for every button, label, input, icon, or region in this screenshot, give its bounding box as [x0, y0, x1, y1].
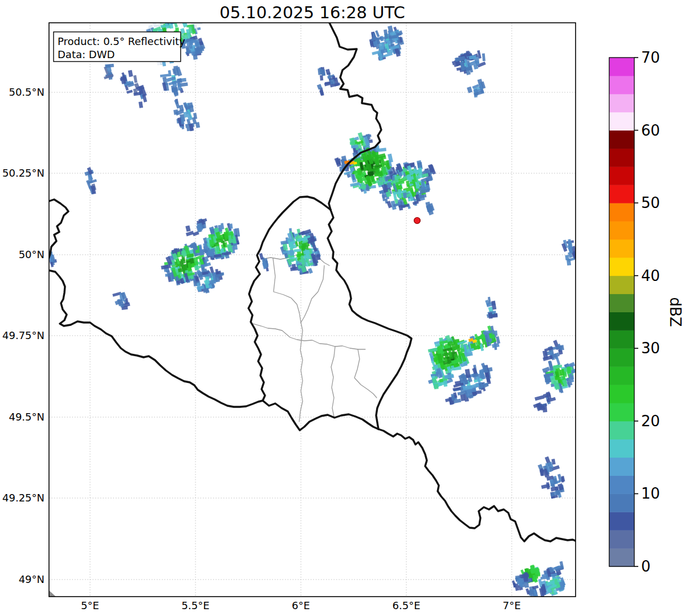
y-tick-label: 50°N: [19, 248, 44, 260]
border-france-belgium: [48, 270, 263, 407]
x-tick-label: 6°E: [292, 599, 310, 611]
colorbar-tick-label: 60: [641, 122, 660, 139]
echo-blob-speck: [259, 253, 269, 271]
x-tick-label: 7°E: [503, 599, 521, 611]
colorbar-segment: [609, 458, 634, 476]
x-axis-labels: 5°E5.5°E6°E6.5°E7°E: [81, 599, 521, 611]
colorbar-segment: [609, 512, 634, 530]
y-tick-label: 50.5°N: [9, 86, 44, 98]
x-tick-label: 5.5°E: [182, 599, 210, 611]
y-tick-label: 49.5°N: [9, 411, 44, 423]
colorbar-segment: [609, 94, 634, 112]
info-box: Product: 0.5° Reflectivity Data: DWD: [54, 32, 185, 62]
echo-blob-speck: [317, 67, 325, 80]
echo-blob-north-cluster: [369, 26, 404, 61]
y-tick-label: 49°N: [19, 573, 44, 585]
radar-map-canvas: 05.10.2025 16:28 UTC Product: 0.5° Refle…: [0, 0, 685, 616]
colorbar-segment: [609, 421, 634, 439]
colorbar-segment: [609, 258, 634, 276]
colorbar-segment: [609, 185, 634, 203]
radar-figure: 05.10.2025 16:28 UTC Product: 0.5° Refle…: [0, 0, 685, 616]
border-luxembourg-belgium: [248, 197, 331, 401]
border-luxembourg-france: [263, 401, 378, 430]
luxembourg-region-borders: [253, 254, 377, 422]
echo-blob-speck: [537, 456, 560, 478]
colorbar-tick-label: 50: [641, 194, 660, 211]
x-tick-label: 5°E: [81, 599, 99, 611]
colorbar-tick-label: 70: [641, 49, 660, 66]
y-tick-label: 49.75°N: [2, 329, 44, 341]
y-tick-label: 50.25°N: [2, 167, 44, 179]
colorbar-tick-label: 20: [641, 413, 660, 430]
info-box-source: Data: DWD: [58, 48, 115, 60]
echo-blob-speck: [84, 167, 97, 194]
x-tick-label: 6.5°E: [393, 599, 421, 611]
colorbar-segment: [609, 166, 634, 185]
colorbar-segment: [609, 221, 634, 239]
echo-blob-east-blob-low: [533, 391, 556, 413]
station-marker: [414, 218, 421, 224]
colorbar-tick-label: 30: [641, 340, 660, 357]
echo-blob-speck: [104, 64, 114, 80]
colorbar-segment: [609, 148, 634, 166]
echo-blob-speck: [112, 292, 130, 310]
y-axis-labels: 50.5°N50.25°N50°N49.75°N49.5°N49.25°N49°…: [2, 86, 44, 585]
corner-map-patch: [49, 590, 56, 597]
echo-blob-west-blob-top: [185, 218, 207, 236]
colorbar-segment: [609, 366, 634, 385]
figure-title: 05.10.2025 16:28 UTC: [219, 3, 405, 22]
colorbar-segment: [609, 294, 634, 312]
colorbar-segment: [609, 493, 634, 512]
echo-blob-east-blob: [542, 356, 577, 393]
colorbar-segment: [609, 439, 634, 458]
colorbar-segment: [609, 58, 634, 76]
colorbar-tick-label: 40: [641, 267, 660, 284]
echo-blob-west-blob-sw: [161, 242, 211, 285]
colorbar-tick-label: 10: [641, 485, 660, 502]
echo-blob-speck: [120, 70, 140, 95]
colorbar-tick-label: 0: [641, 558, 651, 575]
colorbar-segment: [609, 385, 634, 403]
colorbar-segment: [609, 476, 634, 494]
info-box-product: Product: 0.5° Reflectivity: [58, 35, 185, 47]
colorbar-segment: [609, 312, 634, 331]
border-france-belgium-givet: [48, 199, 68, 260]
colorbar-segment: [609, 548, 634, 566]
echo-blob-east-blob-top: [543, 340, 564, 361]
colorbar-segment: [609, 239, 634, 258]
colorbar-segment: [609, 530, 634, 548]
colorbar-segment: [609, 203, 634, 221]
echo-blob-ne-dash: [467, 79, 486, 97]
colorbar: 010203040506070: [609, 49, 660, 575]
country-borders: [48, 23, 577, 541]
colorbar-unit-label: dBZ: [667, 297, 684, 327]
border-luxembourg-germany: [328, 210, 411, 429]
echo-blob-speck: [317, 84, 324, 96]
echo-blob-se-blob-core: [428, 335, 473, 375]
echo-blob-speck: [173, 99, 200, 131]
echo-blob-speck: [160, 66, 188, 96]
colorbar-segment: [609, 330, 634, 348]
echo-blob-ne-cluster: [452, 50, 486, 75]
echo-blob-nlux-blob: [280, 228, 321, 275]
y-tick-label: 49.25°N: [2, 492, 44, 504]
echo-blob-speck: [133, 85, 147, 108]
echo-blob-speck: [485, 297, 498, 319]
colorbar-segment: [609, 112, 634, 130]
colorbar-segment: [609, 76, 634, 94]
radar-echoes: [49, 12, 578, 597]
colorbar-segment: [609, 130, 634, 149]
echo-blob-speck: [425, 202, 434, 215]
colorbar-segment: [609, 403, 634, 421]
colorbar-segment: [609, 348, 634, 366]
colorbar-segment: [609, 276, 634, 294]
